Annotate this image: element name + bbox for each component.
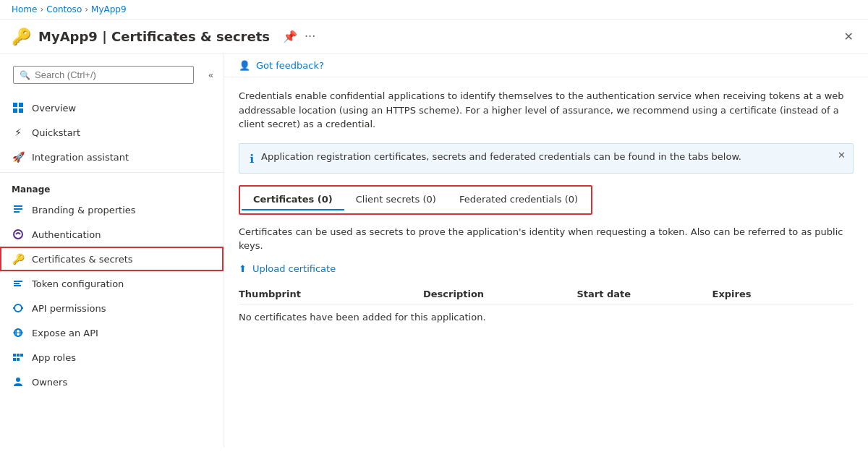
search-input[interactable] bbox=[35, 69, 187, 80]
sidebar-item-app-roles[interactable]: App roles bbox=[0, 345, 224, 370]
info-banner: ℹ Application registration certificates,… bbox=[239, 143, 854, 174]
api-icon bbox=[12, 302, 25, 315]
svg-rect-4 bbox=[14, 205, 22, 207]
empty-message: No certificates have been added for this… bbox=[239, 304, 854, 330]
upload-certificate-link[interactable]: ⬆ Upload certificate bbox=[239, 263, 854, 274]
description-text: Credentials enable confidential applicat… bbox=[239, 89, 854, 132]
manage-divider bbox=[0, 172, 224, 173]
sidebar-item-token-label: Token configuration bbox=[32, 278, 124, 289]
feedback-bar[interactable]: 👤 Got feedback? bbox=[224, 54, 868, 77]
branding-icon bbox=[12, 203, 25, 216]
tabs-container: Certificates (0) Client secrets (0) Fede… bbox=[239, 185, 592, 215]
pin-icon[interactable]: 📌 bbox=[283, 30, 297, 43]
svg-rect-19 bbox=[20, 354, 23, 357]
page-header: 🔑 MyApp9 | Certificates & secrets 📌 ··· … bbox=[0, 20, 868, 54]
col-thumbprint: Thumbprint bbox=[239, 284, 423, 304]
sidebar-item-owners-label: Owners bbox=[32, 377, 67, 388]
breadcrumb-sep-1: › bbox=[40, 4, 43, 14]
sidebar-item-branding[interactable]: Branding & properties bbox=[0, 197, 224, 222]
tab-federated-credentials[interactable]: Federated credentials (0) bbox=[448, 189, 590, 210]
sidebar-item-api-label: API permissions bbox=[32, 303, 106, 314]
svg-rect-2 bbox=[13, 108, 17, 113]
svg-rect-20 bbox=[13, 358, 16, 361]
feedback-label: Got feedback? bbox=[256, 60, 324, 71]
breadcrumb: Home › Contoso › MyApp9 bbox=[0, 0, 868, 20]
breadcrumb-myapp[interactable]: MyApp9 bbox=[91, 4, 127, 14]
sidebar-item-quickstart-label: Quickstart bbox=[32, 127, 80, 138]
main-layout: 🔍 « Overview ⚡ Quickstart 🚀 Integration … bbox=[0, 54, 868, 447]
svg-rect-8 bbox=[14, 281, 22, 282]
sidebar-item-api-permissions[interactable]: API permissions bbox=[0, 296, 224, 320]
token-icon bbox=[12, 277, 25, 290]
approles-icon bbox=[12, 351, 25, 364]
tab-client-secrets[interactable]: Client secrets (0) bbox=[344, 189, 448, 210]
info-icon: ℹ bbox=[250, 152, 254, 166]
expose-icon bbox=[12, 326, 25, 339]
sidebar-item-quickstart[interactable]: ⚡ Quickstart bbox=[0, 120, 224, 145]
integration-icon: 🚀 bbox=[12, 150, 25, 163]
sidebar-item-authentication[interactable]: Authentication bbox=[0, 222, 224, 247]
breadcrumb-sep-2: › bbox=[85, 4, 88, 14]
key-icon: 🔑 bbox=[12, 27, 31, 46]
sidebar-item-expose-label: Expose an API bbox=[32, 328, 98, 338]
owners-icon bbox=[12, 375, 25, 388]
sidebar-item-certificates-label: Certificates & secrets bbox=[32, 254, 133, 265]
sidebar-item-integration[interactable]: 🚀 Integration assistant bbox=[0, 145, 224, 169]
svg-rect-21 bbox=[17, 358, 20, 361]
search-icon: 🔍 bbox=[20, 70, 30, 80]
cert-description: Certificates can be used as secrets to p… bbox=[239, 225, 854, 253]
certificates-table: Thumbprint Description Start date Expire… bbox=[239, 284, 854, 330]
close-button[interactable]: ✕ bbox=[841, 27, 856, 46]
breadcrumb-home[interactable]: Home bbox=[12, 4, 37, 14]
info-banner-close[interactable]: ✕ bbox=[838, 150, 846, 161]
search-box[interactable]: 🔍 bbox=[13, 66, 194, 84]
upload-icon: ⬆ bbox=[239, 263, 247, 274]
header-actions: 📌 ··· bbox=[283, 30, 315, 43]
upload-label: Upload certificate bbox=[252, 263, 336, 274]
authentication-icon bbox=[12, 228, 25, 241]
sidebar-item-overview[interactable]: Overview bbox=[0, 95, 224, 120]
sidebar-item-owners[interactable]: Owners bbox=[0, 370, 224, 394]
sidebar-item-overview-label: Overview bbox=[32, 103, 76, 114]
svg-rect-3 bbox=[19, 108, 23, 113]
svg-rect-17 bbox=[13, 354, 16, 357]
col-description: Description bbox=[423, 284, 577, 304]
col-startdate: Start date bbox=[577, 284, 712, 304]
feedback-icon: 👤 bbox=[239, 60, 250, 71]
sidebar-item-expose-api[interactable]: Expose an API bbox=[0, 320, 224, 345]
svg-rect-10 bbox=[14, 285, 21, 286]
info-banner-text: Application registration certificates, s… bbox=[261, 151, 741, 162]
quickstart-icon: ⚡ bbox=[12, 126, 25, 139]
svg-rect-9 bbox=[14, 283, 20, 284]
sidebar-item-integration-label: Integration assistant bbox=[32, 152, 129, 163]
svg-rect-5 bbox=[14, 208, 22, 210]
svg-rect-1 bbox=[19, 103, 23, 107]
sidebar-item-authentication-label: Authentication bbox=[32, 229, 101, 240]
overview-icon bbox=[12, 101, 25, 114]
more-options-icon[interactable]: ··· bbox=[305, 30, 315, 43]
certificates-icon: 🔑 bbox=[12, 252, 25, 265]
page-title: MyApp9 | Certificates & secrets bbox=[38, 29, 270, 44]
svg-rect-18 bbox=[17, 354, 20, 357]
svg-point-11 bbox=[14, 304, 22, 312]
svg-rect-0 bbox=[13, 103, 17, 107]
svg-point-22 bbox=[16, 378, 20, 382]
table-empty-row: No certificates have been added for this… bbox=[239, 304, 854, 330]
sidebar-item-app-roles-label: App roles bbox=[32, 352, 76, 363]
sidebar-item-certificates[interactable]: 🔑 Certificates & secrets bbox=[0, 247, 224, 271]
sidebar-item-branding-label: Branding & properties bbox=[32, 205, 136, 216]
collapse-button[interactable]: « bbox=[204, 69, 218, 82]
svg-rect-6 bbox=[14, 211, 20, 213]
col-expires: Expires bbox=[712, 284, 854, 304]
breadcrumb-contoso[interactable]: Contoso bbox=[46, 4, 82, 14]
manage-section-label: Manage bbox=[0, 179, 224, 197]
sidebar: 🔍 « Overview ⚡ Quickstart 🚀 Integration … bbox=[0, 54, 224, 447]
tab-certificates[interactable]: Certificates (0) bbox=[242, 189, 344, 210]
svg-point-7 bbox=[14, 230, 22, 239]
sidebar-item-token-config[interactable]: Token configuration bbox=[0, 271, 224, 296]
content-area: 👤 Got feedback? Credentials enable confi… bbox=[224, 54, 868, 447]
content-body: Credentials enable confidential applicat… bbox=[224, 77, 868, 341]
